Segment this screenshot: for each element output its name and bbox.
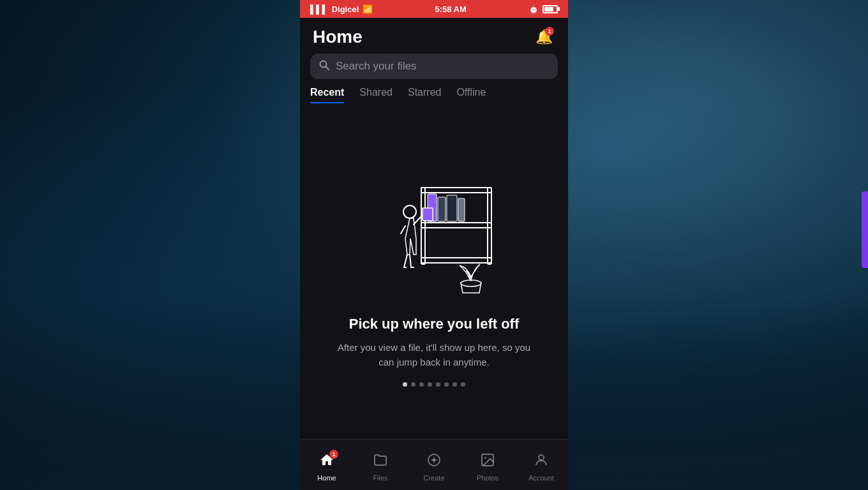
battery-fill [544,7,553,11]
dot-6 [453,382,457,387]
svg-rect-9 [447,195,457,221]
alarm-icon: ⏰ [528,4,539,14]
svg-rect-12 [423,208,433,221]
svg-rect-8 [438,197,445,221]
svg-rect-2 [421,188,491,193]
svg-rect-10 [458,198,465,221]
nav-item-home[interactable]: 1 Home [300,449,354,482]
nav-label-files: Files [373,474,387,482]
right-strip [862,191,868,268]
svg-point-18 [484,457,486,459]
svg-rect-6 [488,188,491,264]
tab-shared[interactable]: Shared [359,87,393,103]
carrier-name: Digicel [332,4,359,14]
empty-state-description: After you view a file, it'll show up her… [332,341,536,369]
svg-line-1 [326,67,329,70]
tab-recent[interactable]: Recent [310,87,344,103]
files-icon [373,452,388,471]
nav-label-account: Account [528,474,554,482]
home-nav-badge: 1 [329,450,338,459]
create-icon [426,452,442,471]
photos-icon [480,452,495,471]
bottom-nav: 1 Home Files [300,439,568,490]
status-time: 5:58 AM [435,4,466,14]
notification-button[interactable]: 🔔 1 [532,26,555,48]
nav-item-files[interactable]: Files [354,449,407,482]
nav-item-create[interactable]: Create [407,449,461,482]
svg-rect-4 [421,258,491,263]
tab-starred[interactable]: Starred [408,87,441,103]
nav-label-create: Create [423,474,444,482]
dot-0 [403,382,407,387]
search-placeholder: Search your files [336,60,417,73]
search-bar[interactable]: Search your files [310,54,558,79]
empty-state-title: Pick up where you left off [349,315,519,334]
svg-point-19 [539,455,544,460]
wifi-icon: 📶 [363,4,373,14]
nav-label-photos: Photos [477,474,498,482]
search-icon [319,60,329,73]
status-left: ▌▌▌ Digicel 📶 [310,4,373,14]
battery-icon [542,5,558,13]
content-area: Pick up where you left off After you vie… [300,103,568,439]
svg-rect-3 [421,223,491,228]
account-icon [534,452,549,471]
nav-label-home: Home [317,474,336,482]
svg-rect-5 [421,188,425,264]
pagination-dots [403,382,465,387]
nav-item-photos[interactable]: Photos [461,449,514,482]
dot-4 [436,382,440,387]
dot-3 [428,382,432,387]
dot-7 [461,382,465,387]
app-content: Home 🔔 1 Search your files Recent Shared [300,18,568,490]
app-header: Home 🔔 1 [300,18,568,54]
dot-1 [411,382,415,387]
notification-badge: 1 [545,27,554,36]
nav-item-account[interactable]: Account [514,449,568,482]
tab-offline[interactable]: Offline [456,87,486,103]
empty-state-illustration [370,156,498,302]
app-title: Home [313,27,363,47]
svg-point-11 [403,205,416,218]
tabs-container: Recent Shared Starred Offline [300,87,568,103]
home-icon: 1 [319,452,334,471]
dot-5 [444,382,449,387]
phone-frame: ▌▌▌ Digicel 📶 5:58 AM ⏰ Home 🔔 1 [300,0,568,490]
status-bar: ▌▌▌ Digicel 📶 5:58 AM ⏰ [300,0,568,18]
signal-icon: ▌▌▌ [310,4,328,14]
status-right: ⏰ [528,4,558,14]
dot-2 [419,382,424,387]
